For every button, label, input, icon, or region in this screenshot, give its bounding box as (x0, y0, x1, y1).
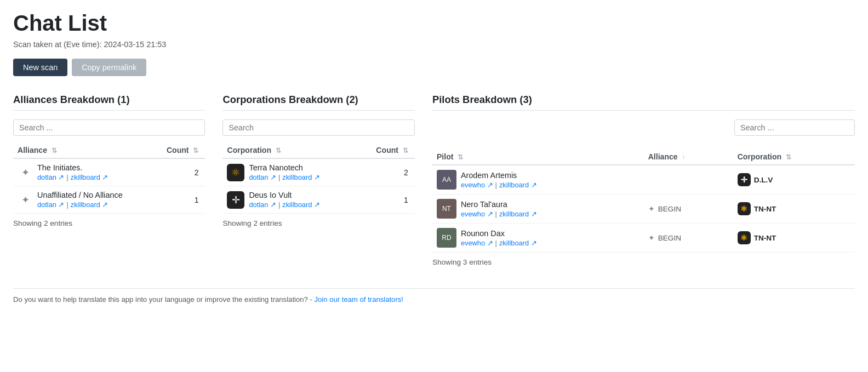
pilots-table: Pilot ⇅ Alliance ↑ Corporation ⇅ AA (432, 149, 855, 253)
sort-icon-count-corp[interactable]: ⇅ (403, 147, 408, 154)
evewho-link[interactable]: evewho ↗ (461, 239, 493, 247)
corp-label: D.L.V (754, 176, 773, 184)
zkillboard-link[interactable]: zkillboard ↗ (282, 201, 320, 209)
page-title: Chat List (13, 11, 855, 36)
zkillboard-link[interactable]: zkillboard ↗ (282, 173, 320, 181)
alliance-name: Unaffiliated / No Alliance (37, 191, 123, 199)
sort-icon-pilot[interactable]: ⇅ (458, 153, 463, 161)
corporations-title: Corporations Breakdown (2) (222, 94, 414, 111)
corporations-col-corporation: Corporation ⇅ (222, 142, 357, 158)
breakdowns-container: Alliances Breakdown (1) Alliance ⇅ Count… (13, 94, 855, 266)
pilot-corp-cell: ✛ D.L.V (733, 165, 855, 194)
pilot-avatar: NT (437, 199, 456, 219)
sort-icon-pilot-corp[interactable]: ⇅ (786, 153, 791, 161)
corporation-name: Terra Nanotech (249, 163, 319, 172)
alliances-table: Alliance ⇅ Count ⇅ ✦ The Initiates. dotl… (13, 142, 205, 214)
dotlan-link[interactable]: dotlan ↗ (37, 201, 64, 209)
pilots-search-input[interactable] (734, 119, 855, 136)
table-row: ✦ The Initiates. dotlan ↗ | zkillboard ↗… (13, 158, 205, 186)
corp-icon-small: ✛ (738, 173, 751, 186)
footer-text: Do you want to help translate this app i… (13, 295, 312, 304)
corp-icon: ⚛ (227, 164, 244, 181)
zkillboard-link[interactable]: zkillboard ↗ (499, 181, 537, 189)
corporations-col-count: Count ⇅ (358, 142, 415, 158)
corporation-name: Deus Io Vult (249, 191, 319, 199)
corporations-table: Corporation ⇅ Count ⇅ ⚛ Terra Nanotech d… (222, 142, 414, 214)
zkillboard-link[interactable]: zkillboard ↗ (71, 173, 108, 181)
alliance-icon: ✦ (18, 192, 33, 208)
alliance-label: BEGIN (658, 205, 681, 213)
sort-icon-alliance[interactable]: ⇅ (52, 147, 57, 154)
footer: Do you want to help translate this app i… (13, 288, 855, 304)
corp-label: TN-NT (754, 205, 776, 213)
pilots-section: Pilots Breakdown (3) Pilot ⇅ Alliance ↑ … (432, 94, 855, 266)
pilots-col-alliance: Alliance ↑ (644, 149, 733, 165)
pilots-showing: Showing 3 entries (432, 258, 855, 266)
corp-icon-small: ⚛ (738, 231, 751, 244)
corp-icon: ✛ (227, 191, 244, 209)
action-buttons: New scan Copy permalink (13, 59, 855, 76)
pilot-name: Arodem Artemis (461, 171, 537, 180)
sort-icon-corporation[interactable]: ⇅ (276, 147, 281, 154)
corp-icon-small: ⚛ (738, 202, 751, 215)
pilots-col-corporation: Corporation ⇅ (733, 149, 855, 165)
alliance-icon-small: ✦ (648, 204, 655, 213)
table-row: ✛ Deus Io Vult dotlan ↗ | zkillboard ↗ 1 (222, 186, 414, 214)
count-cell: 1 (152, 186, 205, 214)
pilots-col-pilot: Pilot ⇅ (432, 149, 644, 165)
new-scan-button[interactable]: New scan (13, 59, 67, 76)
footer-link[interactable]: Join our team of translators! (314, 295, 403, 304)
alliance-icon-small: ✦ (648, 233, 655, 242)
dotlan-link[interactable]: dotlan ↗ (249, 201, 276, 209)
alliance-name: The Initiates. (37, 163, 108, 172)
corp-label: TN-NT (754, 234, 776, 242)
alliances-title: Alliances Breakdown (1) (13, 94, 205, 111)
pilot-avatar: AA (437, 170, 456, 190)
pilot-corp-cell: ⚛ TN-NT (733, 224, 855, 253)
copy-permalink-button[interactable]: Copy permalink (72, 59, 146, 76)
zkillboard-link[interactable]: zkillboard ↗ (499, 239, 537, 247)
alliances-col-alliance: Alliance ⇅ (13, 142, 152, 158)
alliances-search-input[interactable] (13, 119, 205, 136)
pilot-alliance-cell (644, 165, 733, 194)
pilot-alliance-cell: ✦BEGIN (644, 194, 733, 224)
evewho-link[interactable]: evewho ↗ (461, 210, 493, 218)
table-row: ✦ Unaffiliated / No Alliance dotlan ↗ | … (13, 186, 205, 214)
sort-icon-count-alliance[interactable]: ⇅ (193, 147, 198, 154)
evewho-link[interactable]: evewho ↗ (461, 181, 493, 189)
dotlan-link[interactable]: dotlan ↗ (249, 173, 276, 181)
alliances-col-count: Count ⇅ (152, 142, 205, 158)
table-row: NT Nero Tal'aura evewho ↗ | zkillboard ↗… (432, 194, 855, 224)
table-row: RD Rounon Dax evewho ↗ | zkillboard ↗ ✦B… (432, 224, 855, 253)
pilot-name: Nero Tal'aura (461, 200, 537, 209)
scan-time: Scan taken at (Eve time): 2024-03-15 21:… (13, 40, 855, 49)
zkillboard-link[interactable]: zkillboard ↗ (71, 201, 108, 209)
count-cell: 2 (152, 158, 205, 186)
pilot-avatar: RD (437, 228, 456, 248)
corporations-section: Corporations Breakdown (2) Corporation ⇅… (222, 94, 414, 227)
sort-icon-pilot-alliance[interactable]: ↑ (682, 153, 686, 161)
alliances-showing: Showing 2 entries (13, 219, 205, 227)
alliances-section: Alliances Breakdown (1) Alliance ⇅ Count… (13, 94, 205, 227)
pilot-corp-cell: ⚛ TN-NT (733, 194, 855, 224)
zkillboard-link[interactable]: zkillboard ↗ (499, 210, 537, 218)
alliance-label: BEGIN (658, 234, 681, 242)
alliance-icon: ✦ (18, 165, 33, 180)
corporations-search-input[interactable] (222, 119, 414, 136)
table-row: AA Arodem Artemis evewho ↗ | zkillboard … (432, 165, 855, 194)
dotlan-link[interactable]: dotlan ↗ (37, 173, 64, 181)
table-row: ⚛ Terra Nanotech dotlan ↗ | zkillboard ↗… (222, 158, 414, 186)
count-cell: 1 (358, 186, 415, 214)
count-cell: 2 (358, 158, 415, 186)
pilot-name: Rounon Dax (461, 229, 537, 238)
pilots-title: Pilots Breakdown (3) (432, 94, 855, 111)
corporations-showing: Showing 2 entries (222, 219, 414, 227)
pilot-alliance-cell: ✦BEGIN (644, 224, 733, 253)
